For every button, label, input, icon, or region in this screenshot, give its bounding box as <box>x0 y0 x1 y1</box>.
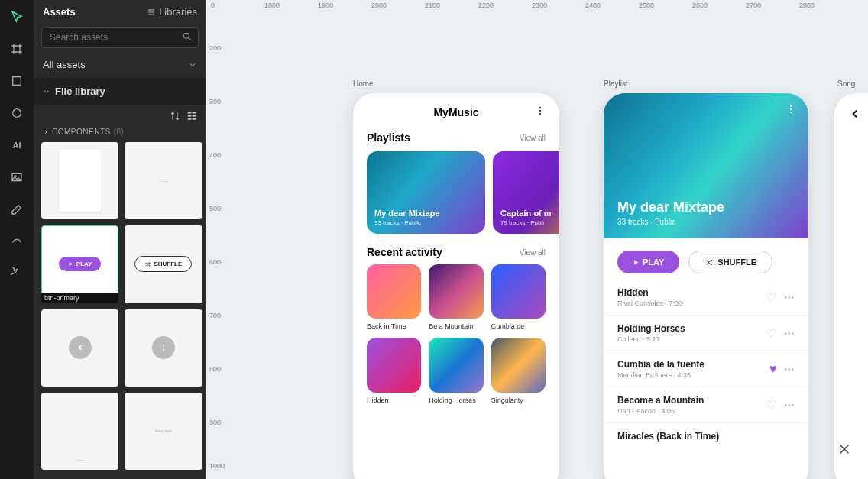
play-label: PLAY <box>76 261 92 267</box>
frame-label-playlist[interactable]: Playlist <box>604 79 628 88</box>
frame-tool-icon[interactable] <box>6 38 28 60</box>
playlist-meta: 33 tracks · Public <box>617 218 795 226</box>
svg-point-19 <box>790 112 792 113</box>
frame-song[interactable] <box>834 93 868 479</box>
svg-point-17 <box>790 105 792 107</box>
component-thumb[interactable]: —— <box>41 393 118 470</box>
assets-panel: Assets Libraries All assets File library <box>34 0 206 479</box>
svg-point-14 <box>539 107 541 108</box>
track-meta: Colleen · 5:11 <box>617 335 685 343</box>
component-thumb[interactable] <box>41 309 118 387</box>
svg-point-13 <box>163 349 164 351</box>
frame-playlist[interactable]: My dear Mixtape 33 tracks · Public PLAY … <box>604 93 808 479</box>
back-icon[interactable] <box>848 107 862 124</box>
svg-rect-5 <box>188 112 192 114</box>
playlist-card[interactable]: My dear Mixtape 33 tracks · Public <box>367 151 485 234</box>
list-icon <box>147 8 156 17</box>
svg-rect-7 <box>188 118 192 120</box>
assets-dropdown-label: All assets <box>43 59 86 70</box>
track-more-icon[interactable]: ••• <box>784 401 795 409</box>
rect-tool-icon[interactable] <box>6 70 28 92</box>
component-name-label: btn-primary <box>41 293 118 303</box>
track-row[interactable]: Holding HorsesColleen · 5:11 ♡••• <box>604 316 808 351</box>
image-tool-icon[interactable] <box>6 167 28 188</box>
activity-item[interactable]: Singularity <box>491 338 546 403</box>
activity-item[interactable]: Holding Horses <box>429 338 483 403</box>
comment-tool-icon[interactable] <box>6 263 28 284</box>
svg-point-11 <box>163 345 164 346</box>
heart-icon[interactable]: ♥ <box>769 362 777 376</box>
ai-tool-icon[interactable]: AI <box>6 134 28 156</box>
pen-tool-icon[interactable] <box>6 199 28 220</box>
frame-label-song[interactable]: Song <box>837 79 855 88</box>
view-all-link[interactable]: View all <box>520 134 546 142</box>
tab-assets[interactable]: Assets <box>43 6 76 18</box>
svg-point-16 <box>539 113 541 115</box>
move-tool-icon[interactable] <box>6 6 28 28</box>
tab-libraries[interactable]: Libraries <box>147 6 197 18</box>
svg-rect-8 <box>193 112 196 114</box>
close-icon[interactable] <box>837 442 851 459</box>
playlist-card-meta: 79 tracks · Publi <box>500 219 559 226</box>
components-section-header[interactable]: COMPONENTS (8) <box>34 125 206 142</box>
heart-icon[interactable]: ♡ <box>766 326 776 341</box>
file-library-header[interactable]: File library <box>34 78 206 105</box>
activity-item[interactable]: Cumbia de <box>491 264 546 330</box>
design-canvas[interactable]: 0 1800 1900 2000 2100 2200 2300 2400 250… <box>206 0 868 479</box>
sort-icon[interactable] <box>170 111 180 121</box>
grid-view-icon[interactable] <box>186 111 197 121</box>
component-thumb-btn-primary[interactable]: PLAY btn-primary <box>41 225 118 303</box>
heart-icon[interactable]: ♡ <box>766 398 776 413</box>
track-title: Holding Horses <box>617 323 685 334</box>
activity-item[interactable]: Be a Mountain <box>429 264 483 330</box>
activity-title: Cumbia de <box>491 322 546 330</box>
track-meta: Dan Deacon · 4:05 <box>617 407 704 415</box>
component-thumb[interactable] <box>125 309 202 387</box>
track-row[interactable]: HiddenRival Consoles · 7:38 ♡••• <box>604 280 808 316</box>
chevron-right-icon <box>43 129 49 135</box>
track-title: Become a Mountain <box>617 395 704 406</box>
activity-title: Singularity <box>491 396 546 404</box>
svg-point-1 <box>13 109 21 118</box>
track-more-icon[interactable]: ••• <box>784 365 795 374</box>
track-title: Miracles (Back in Time) <box>617 431 719 442</box>
playlists-heading: Playlists <box>367 131 410 144</box>
shuffle-button[interactable]: SHUFFLE <box>688 251 772 273</box>
component-thumb[interactable]: SHUFFLE <box>125 225 202 303</box>
playlist-hero: My dear Mixtape 33 tracks · Public <box>604 93 808 238</box>
frame-label-home[interactable]: Home <box>353 79 374 88</box>
track-row[interactable]: Become a MountainDan Deacon · 4:05 ♡••• <box>604 387 808 423</box>
track-row[interactable]: Cumbia de la fuenteMeridian Brothers · 4… <box>604 351 808 387</box>
more-icon[interactable] <box>535 105 546 119</box>
search-input[interactable] <box>41 27 199 48</box>
track-row[interactable]: Miracles (Back in Time) <box>604 423 808 449</box>
activity-item[interactable]: Hidden <box>367 338 421 403</box>
frame-home[interactable]: MyMusic Playlists View all My dear Mixta… <box>353 93 559 479</box>
play-button-label: PLAY <box>643 257 664 267</box>
track-more-icon[interactable]: ••• <box>784 329 795 338</box>
search-icon[interactable] <box>182 31 193 45</box>
playlist-card[interactable]: Captain of m 79 tracks · Publi <box>493 151 559 234</box>
shuffle-button-label: SHUFFLE <box>717 257 756 267</box>
path-tool-icon[interactable] <box>6 231 28 252</box>
track-more-icon[interactable]: ••• <box>784 293 795 302</box>
ellipse-tool-icon[interactable] <box>6 102 28 124</box>
more-icon[interactable] <box>785 104 796 118</box>
activity-item[interactable]: Back in Time <box>367 264 421 330</box>
playlist-card-title: Captain of m <box>500 209 559 218</box>
track-title: Cumbia de la fuente <box>617 359 704 370</box>
components-count: (8) <box>114 128 125 136</box>
track-title: Hidden <box>617 287 682 298</box>
play-button[interactable]: PLAY <box>617 251 679 273</box>
component-thumb[interactable]: Easy time <box>125 393 202 470</box>
components-label: COMPONENTS <box>52 128 111 136</box>
component-thumb[interactable]: — — <box>125 142 202 219</box>
activity-title: Be a Mountain <box>429 322 483 330</box>
svg-point-15 <box>539 110 541 112</box>
activity-title: Back in Time <box>367 322 421 330</box>
heart-icon[interactable]: ♡ <box>766 290 776 305</box>
assets-dropdown[interactable]: All assets <box>34 54 206 78</box>
view-all-link[interactable]: View all <box>520 248 546 257</box>
component-thumb[interactable] <box>41 142 118 219</box>
playlist-card-meta: 33 tracks · Public <box>374 219 478 226</box>
